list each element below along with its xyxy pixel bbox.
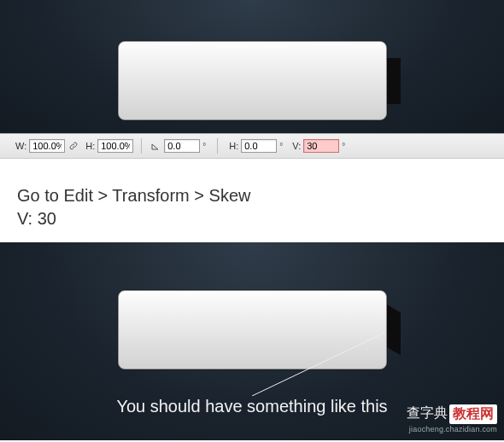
vskew-label: V: — [292, 141, 301, 151]
watermark-brand-b: 教程网 — [449, 404, 497, 424]
aspect-ratio-link-icon[interactable] — [67, 140, 79, 152]
width-label: W: — [15, 141, 26, 151]
watermark-brand-a: 查字典 — [407, 404, 448, 424]
watermark: 查字典 教程网 jiaocheng.chazidian.com — [407, 404, 497, 433]
vskew-input[interactable] — [303, 139, 339, 153]
battery-shape-before — [0, 41, 504, 120]
divider — [141, 138, 142, 154]
angle-input[interactable] — [164, 139, 200, 153]
height-input[interactable] — [97, 139, 133, 153]
battery-body-before — [118, 41, 387, 120]
width-input[interactable] — [29, 139, 65, 153]
rotate-angle-icon — [149, 140, 161, 152]
degree-symbol-1: ° — [202, 142, 206, 151]
transform-options-bar: W: H: ° H: ° V: ° — [0, 133, 504, 159]
battery-tip-before — [387, 58, 401, 104]
instruction-text: Go to Edit > Transform > Skew V: 30 — [0, 159, 504, 242]
battery-tip-after — [387, 305, 401, 355]
canvas-before — [0, 0, 504, 133]
instruction-line-2: V: 30 — [17, 207, 487, 230]
instruction-line-1: Go to Edit > Transform > Skew — [17, 184, 487, 207]
degree-symbol-3: ° — [342, 142, 345, 151]
canvas-after: You should have something like this 查字典 … — [0, 242, 504, 440]
degree-symbol-2: ° — [279, 142, 283, 151]
battery-shape-after — [0, 290, 504, 369]
hskew-label: H: — [229, 141, 238, 151]
watermark-url: jiaocheng.chazidian.com — [407, 425, 497, 433]
battery-body-after — [118, 290, 387, 369]
height-label: H: — [85, 141, 95, 151]
hskew-input[interactable] — [241, 139, 277, 153]
divider — [217, 138, 218, 154]
